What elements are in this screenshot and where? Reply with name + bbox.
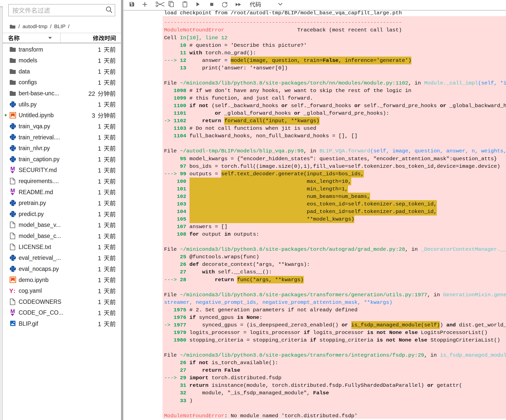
svg-text:M: M — [10, 309, 15, 314]
svg-text:M: M — [10, 188, 15, 194]
svg-text:M: M — [10, 166, 15, 172]
